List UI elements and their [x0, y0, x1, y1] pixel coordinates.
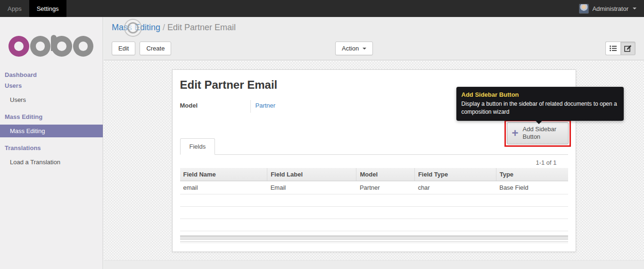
menu-tab-settings[interactable]: Settings: [29, 0, 66, 17]
loading-spinner-inner: [127, 22, 139, 34]
breadcrumb: Mass Editing/Edit Partner Email: [104, 17, 644, 33]
content-background: Edit Partner Email Model Partner Add Sid…: [104, 61, 644, 269]
add-sidebar-button[interactable]: + Add Sidebar Button: [507, 122, 569, 144]
model-partner-link[interactable]: Partner: [256, 102, 276, 109]
cell-field-name: email: [180, 181, 267, 194]
topbar-spacer: [66, 0, 572, 17]
horizontal-scrollbar[interactable]: [180, 235, 568, 240]
loading-spinner-icon: [124, 19, 142, 37]
caret-down-icon: [363, 48, 366, 50]
col-header-field-label[interactable]: Field Label: [267, 168, 356, 181]
list-pager: 1-1 of 1: [180, 155, 568, 168]
sidebar-item-users[interactable]: Users: [0, 93, 103, 106]
list-icon: [610, 45, 617, 51]
tooltip-popup: Add Sidebar Button Display a button in t…: [456, 87, 624, 121]
sidebar-menu: Dashboard Users Users Mass Editing Mass …: [0, 70, 103, 168]
edit-button[interactable]: Edit: [112, 42, 135, 55]
empty-row: [180, 194, 568, 207]
odoo-logo: [8, 29, 94, 57]
logo-letter-o1: [8, 36, 29, 57]
settings-label: Settings: [37, 5, 59, 12]
form-sheet: Edit Partner Email Model Partner Add Sid…: [172, 69, 576, 252]
cell-model: Partner: [356, 181, 414, 194]
list-view-button[interactable]: [605, 42, 620, 55]
user-avatar: [579, 4, 589, 14]
tooltip-arrow-icon: [536, 121, 542, 124]
menu-tab-apps[interactable]: Apps: [0, 0, 29, 17]
form-edit-icon: [624, 45, 632, 52]
table-row[interactable]: email Email Partner char Base Field: [180, 181, 568, 194]
tab-fields[interactable]: Fields: [180, 138, 215, 155]
plus-icon: +: [512, 128, 519, 138]
empty-row: [180, 219, 568, 231]
user-menu[interactable]: Administrator: [571, 0, 644, 17]
sidebar-item-load-translation[interactable]: Load a Translation: [0, 156, 103, 168]
form-view-button[interactable]: [620, 42, 636, 55]
cell-field-type: char: [414, 181, 496, 194]
col-header-model[interactable]: Model: [356, 168, 414, 181]
action-label: Action: [342, 45, 359, 52]
user-name: Administrator: [592, 5, 628, 12]
tooltip-title: Add Sidebar Button: [462, 91, 619, 99]
col-header-field-name[interactable]: Field Name: [180, 168, 267, 181]
logo-d-stem: [51, 35, 57, 51]
apps-label: Apps: [8, 5, 22, 12]
model-field-value: Partner: [250, 100, 354, 113]
bottom-strip: [104, 260, 644, 269]
top-menu-bar: Apps Settings Administrator: [0, 0, 644, 17]
sidebar-heading-users[interactable]: Users: [0, 81, 103, 91]
logo-letter-o3: [73, 36, 94, 57]
table-footer-line: [180, 241, 568, 242]
breadcrumb-separator: /: [160, 23, 167, 32]
sidebar-heading-dashboard[interactable]: Dashboard: [0, 70, 103, 80]
breadcrumb-current: Edit Partner Email: [167, 23, 236, 32]
main-area: Mass Editing/Edit Partner Email Edit Cre…: [104, 17, 644, 269]
create-button[interactable]: Create: [140, 42, 171, 55]
action-dropdown-button[interactable]: Action: [335, 42, 373, 55]
sidebar-heading-mass-editing[interactable]: Mass Editing: [0, 112, 103, 122]
sidebar-item-mass-editing[interactable]: Mass Editing: [0, 125, 103, 137]
col-header-type[interactable]: Type: [496, 168, 568, 181]
empty-row: [180, 207, 568, 219]
fields-table-header-row: Field Name Field Label Model Field Type …: [180, 168, 568, 181]
logo-letter-d: [30, 36, 51, 57]
view-switcher: [605, 42, 636, 55]
tooltip-body: Display a button in the sidebar of relat…: [462, 100, 619, 116]
form-buttons: Edit Create: [112, 42, 171, 55]
control-panel: Mass Editing/Edit Partner Email Edit Cre…: [104, 17, 644, 60]
col-header-field-type[interactable]: Field Type: [414, 168, 496, 181]
table-footer-line: [180, 243, 568, 243]
fields-table: Field Name Field Label Model Field Type …: [180, 168, 568, 231]
caret-down-icon: [633, 8, 636, 9]
sidebar-heading-translations[interactable]: Translations: [0, 143, 103, 153]
model-field-label: Model: [180, 100, 250, 113]
cell-field-label: Email: [267, 181, 356, 194]
app-sidebar: Dashboard Users Users Mass Editing Mass …: [0, 17, 103, 269]
cell-type: Base Field: [496, 181, 568, 194]
add-sidebar-button-label: Add Sidebar Button: [523, 126, 561, 141]
